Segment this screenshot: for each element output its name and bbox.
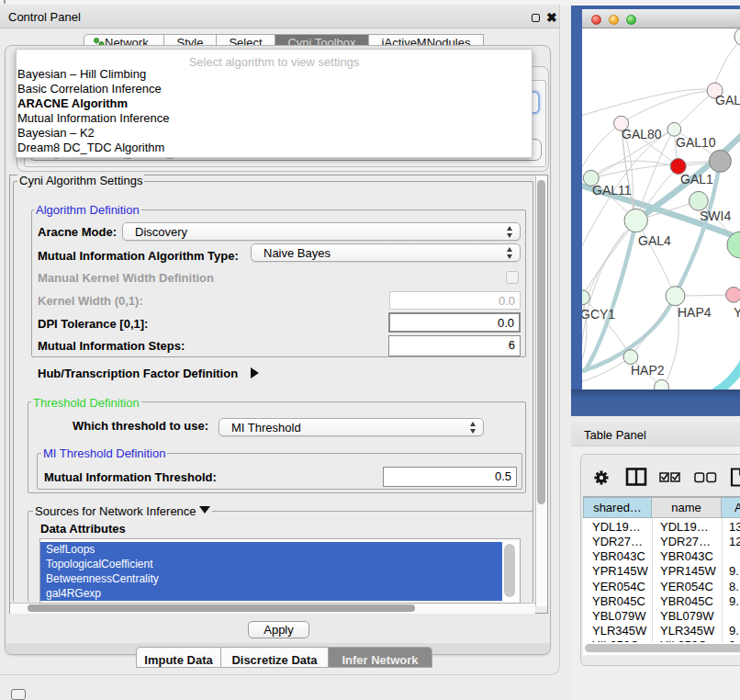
svg-text:GCY1: GCY1	[582, 307, 615, 322]
svg-text:GAL10: GAL10	[676, 135, 716, 150]
svg-text:GAL1: GAL1	[680, 172, 713, 186]
svg-text:GAL2: GAL2	[715, 93, 740, 107]
svg-text:GAL11: GAL11	[592, 183, 632, 198]
svg-text:HAP2: HAP2	[631, 363, 665, 378]
svg-text:HAP4: HAP4	[678, 305, 712, 320]
svg-text:YPL: YPL	[734, 305, 740, 320]
svg-text:GAL4: GAL4	[638, 233, 671, 248]
svg-text:GAL80: GAL80	[622, 127, 662, 141]
svg-text:SWI4: SWI4	[700, 209, 731, 223]
